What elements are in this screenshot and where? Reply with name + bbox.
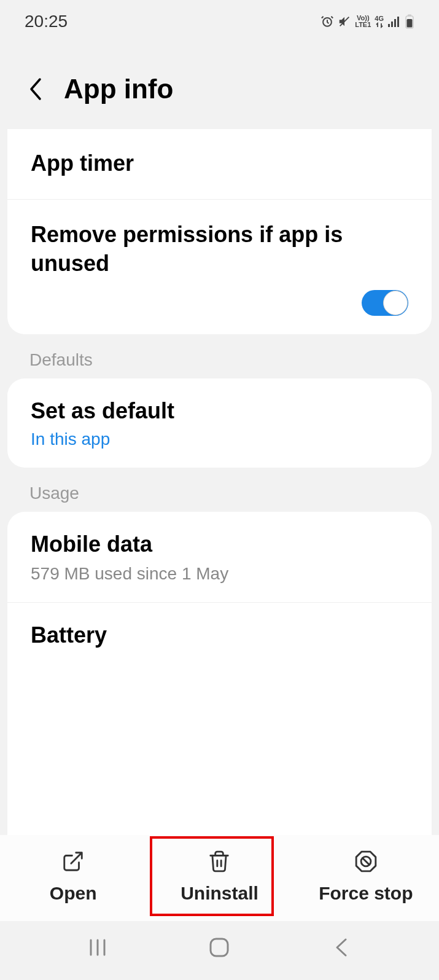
remove-permissions-label: Remove permissions if app is unused [31,221,408,278]
force-stop-label: Force stop [319,883,413,904]
nav-back-button[interactable] [326,932,357,963]
mobile-data-label: Mobile data [31,530,408,559]
status-icons: Vo)) LTE1 4G [321,14,414,29]
system-nav-bar [0,921,439,980]
set-default-label: Set as default [31,397,408,426]
status-bar: 20:25 Vo)) LTE1 4G [0,0,439,37]
recents-button[interactable] [82,932,113,963]
home-button[interactable] [204,932,235,963]
page-title: App info [64,74,173,104]
open-label: Open [50,883,97,904]
bottom-action-bar: Open Uninstall Force stop [0,835,439,921]
remove-permissions-row[interactable]: Remove permissions if app is unused [7,200,432,284]
back-button[interactable] [25,78,47,100]
usage-card-top: App timer Remove permissions if app is u… [7,129,432,334]
toggle-knob [383,291,408,315]
open-button[interactable]: Open [0,841,146,912]
svg-rect-3 [394,19,396,27]
trash-icon [208,850,231,876]
force-stop-button[interactable]: Force stop [293,841,439,912]
battery-icon [405,14,414,29]
mobile-data-sub: 579 MB used since 1 May [31,564,408,584]
open-icon [61,850,85,876]
svg-rect-2 [391,22,393,27]
status-time: 20:25 [25,12,68,31]
remove-permissions-toggle[interactable] [362,290,408,316]
battery-label: Battery [31,621,408,650]
usage-card: Mobile data 579 MB used since 1 May Batt… [7,512,432,835]
prohibit-icon [354,850,378,876]
volte-icon: Vo)) LTE1 [355,15,371,28]
uninstall-button[interactable]: Uninstall [146,841,292,912]
uninstall-label: Uninstall [181,883,258,904]
app-timer-row[interactable]: App timer [7,129,432,200]
svg-rect-1 [388,24,390,27]
section-defaults: Defaults [0,334,439,378]
set-default-sub: In this app [31,429,408,449]
section-usage: Usage [0,468,439,512]
svg-rect-4 [397,17,399,27]
svg-rect-7 [407,19,413,28]
set-default-row[interactable]: Set as default In this app [7,378,432,468]
alarm-icon [321,15,334,28]
battery-row[interactable]: Battery [7,603,432,656]
signal-icon [387,16,401,27]
svg-rect-6 [408,15,411,17]
defaults-card: Set as default In this app [7,378,432,468]
content: App timer Remove permissions if app is u… [0,129,439,835]
mobile-data-row[interactable]: Mobile data 579 MB used since 1 May [7,512,432,603]
network-4g-icon: 4G [375,15,384,28]
header: App info [0,37,439,129]
mute-icon [338,15,351,28]
remove-permissions-toggle-row [7,284,432,334]
svg-rect-10 [211,939,228,956]
app-timer-label: App timer [31,149,408,178]
